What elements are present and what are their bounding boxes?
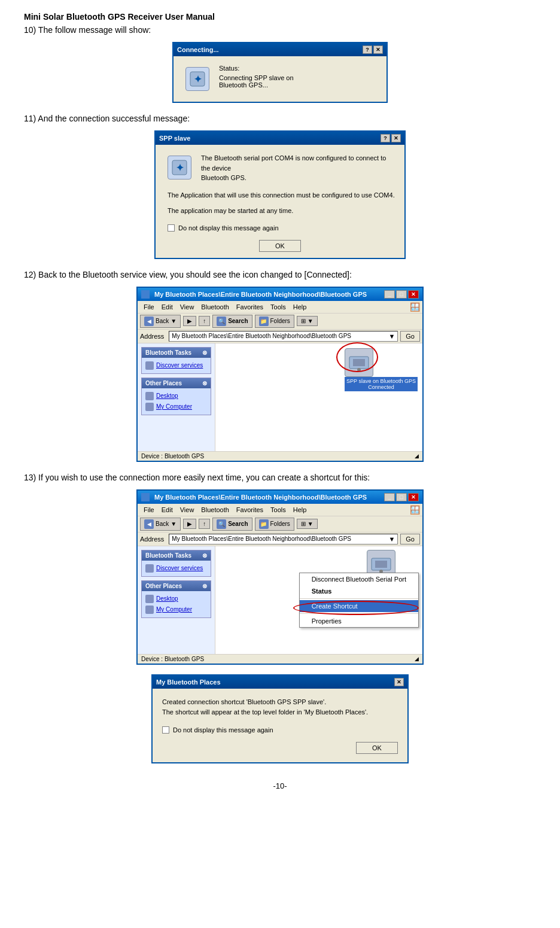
discover-services-link-2[interactable]: Discover services (145, 563, 207, 574)
address-field-1[interactable]: My Bluetooth Places\Entire Bluetooth Nei… (169, 331, 398, 342)
other-places-label-2: Other Places (145, 583, 182, 589)
explorer-2-min-btn[interactable]: _ (384, 493, 395, 501)
my-computer-link-2[interactable]: My Computer (145, 604, 207, 615)
my-bt-ok-button[interactable]: OK (356, 742, 398, 754)
explorer-1-menubar: File Edit View Bluetooth Favorites Tools… (138, 301, 422, 314)
my-bt-title: My Bluetooth Places (156, 678, 221, 686)
explorer-1-max-btn[interactable]: □ (396, 290, 407, 299)
forward-button-2[interactable]: ▶ (183, 519, 196, 529)
spp-help-button[interactable]: ? (381, 134, 390, 142)
device-icon[interactable] (345, 348, 373, 377)
folders-label: Folders (270, 318, 290, 324)
bt-tasks-label-2: Bluetooth Tasks (145, 552, 191, 559)
search-button-2[interactable]: 🔍 Search (212, 518, 252, 531)
search-icon: 🔍 (217, 317, 226, 326)
menu2-favorites[interactable]: Favorites (233, 505, 267, 515)
address-dropdown-2[interactable]: ▼ (388, 535, 395, 543)
other-places-collapse-2[interactable]: ⊗ (202, 583, 207, 589)
explorer-1-title: My Bluetooth Places\Entire Bluetooth Nei… (154, 291, 367, 298)
view-button-2[interactable]: ⊞ ▼ (297, 519, 318, 529)
disconnect-item[interactable]: Disconnect Bluetooth Serial Port (300, 573, 418, 585)
back-button-2[interactable]: ◀ Back ▼ (140, 518, 181, 531)
spp-ok-button[interactable]: OK (259, 240, 301, 252)
folders-button-1[interactable]: 📁 Folders (255, 315, 294, 328)
bt-tasks-collapse-2[interactable]: ⊗ (202, 552, 207, 559)
go-button-1[interactable]: Go (400, 331, 420, 342)
my-bt-checkbox-label: Do not display this message again (173, 726, 273, 734)
menu-separator-2 (300, 613, 418, 614)
menu2-file[interactable]: File (140, 505, 158, 515)
back-dropdown[interactable]: ▼ (171, 318, 176, 324)
explorer-1-min-btn[interactable]: _ (384, 290, 395, 299)
back-icon: ◀ (144, 317, 154, 326)
spp-message1: The Bluetooth serial port COM4 is now co… (201, 153, 395, 183)
menu2-tools[interactable]: Tools (267, 505, 290, 515)
menu-edit[interactable]: Edit (158, 302, 176, 312)
menu-bluetooth[interactable]: Bluetooth (197, 302, 232, 312)
desktop-icon (145, 392, 154, 400)
other-places-header: Other Places ⊗ (142, 378, 211, 388)
explorer-1-content: Bluetooth Tasks ⊗ Discover services (138, 343, 422, 451)
go-button-2[interactable]: Go (400, 534, 420, 544)
desktop-icon-2 (145, 595, 154, 603)
address-field-2[interactable]: My Bluetooth Places\Entire Bluetooth Nei… (169, 534, 398, 544)
discover-services-link[interactable]: Discover services (145, 360, 207, 371)
desktop-link-2[interactable]: Desktop (145, 594, 207, 604)
other-places-section-2: Other Places ⊗ Desktop My Computer (141, 580, 211, 618)
my-computer-link[interactable]: My Computer (145, 401, 207, 412)
my-bt-checkbox[interactable] (162, 726, 169, 734)
menu2-bluetooth[interactable]: Bluetooth (197, 505, 232, 515)
discover-label: Discover services (156, 362, 203, 369)
up-button[interactable]: ↑ (199, 316, 210, 326)
address-label-2: Address (140, 535, 164, 543)
resize-handle-1[interactable]: ◢ (415, 453, 419, 460)
address-dropdown-1[interactable]: ▼ (388, 333, 395, 340)
other-places-body: Desktop My Computer (142, 388, 211, 415)
menu-file[interactable]: File (140, 302, 158, 312)
my-bt-close-btn[interactable]: ✕ (394, 678, 404, 686)
svg-point-6 (357, 368, 361, 372)
search-label-2: Search (228, 521, 248, 527)
menu-view[interactable]: View (176, 302, 198, 312)
resize-handle-2[interactable]: ◢ (415, 656, 419, 662)
menu2-help[interactable]: Help (290, 505, 311, 515)
properties-item[interactable]: Properties (300, 615, 418, 627)
bt-tasks-collapse[interactable]: ⊗ (202, 349, 207, 356)
status-text: Connecting SPP slave on Bluetooth GPS... (219, 74, 294, 89)
menu-favorites[interactable]: Favorites (233, 302, 267, 312)
explorer-window-1: My Bluetooth Places\Entire Bluetooth Nei… (136, 287, 424, 462)
menu-tools[interactable]: Tools (267, 302, 290, 312)
close-button[interactable]: ✕ (373, 45, 383, 54)
status-item[interactable]: Status (300, 585, 418, 597)
explorer-1-icon (141, 290, 150, 299)
spp-close-button[interactable]: ✕ (391, 134, 401, 142)
menu-help[interactable]: Help (290, 302, 311, 312)
other-places-header-2: Other Places ⊗ (142, 581, 211, 591)
discover-icon-2 (145, 564, 154, 573)
my-computer-label-2: My Computer (156, 606, 192, 613)
forward-button[interactable]: ▶ (183, 316, 196, 326)
back-dropdown-2[interactable]: ▼ (171, 521, 176, 527)
explorer-2-close-btn[interactable]: ✕ (408, 493, 419, 501)
explorer-window-2-wrapper: My Bluetooth Places\Entire Bluetooth Nei… (136, 489, 424, 665)
view-button-1[interactable]: ⊞ ▼ (297, 316, 318, 326)
menu2-edit[interactable]: Edit (158, 505, 176, 515)
menu-separator (300, 598, 418, 599)
back-button[interactable]: ◀ Back ▼ (140, 315, 181, 328)
explorer-window-2: My Bluetooth Places\Entire Bluetooth Nei… (136, 489, 424, 665)
explorer-2-statusbar: Device : Bluetooth GPS ◢ (138, 654, 422, 664)
menu2-view[interactable]: View (176, 505, 198, 515)
other-places-collapse[interactable]: ⊗ (202, 380, 207, 387)
explorer-1-close-btn[interactable]: ✕ (408, 290, 419, 299)
spp-checkbox[interactable] (168, 224, 175, 232)
help-button[interactable]: ? (363, 45, 372, 54)
explorer-2-max-btn[interactable]: □ (396, 493, 407, 501)
create-shortcut-item[interactable]: Create Shortcut (300, 600, 418, 612)
up-button-2[interactable]: ↑ (199, 519, 210, 529)
bt-tasks-header-2: Bluetooth Tasks ⊗ (142, 550, 211, 561)
folders-button-2[interactable]: 📁 Folders (255, 518, 294, 531)
bt-tasks-body-2: Discover services (142, 561, 211, 576)
desktop-link[interactable]: Desktop (145, 391, 207, 401)
search-button-1[interactable]: 🔍 Search (212, 315, 252, 328)
search-icon-2: 🔍 (217, 519, 226, 529)
